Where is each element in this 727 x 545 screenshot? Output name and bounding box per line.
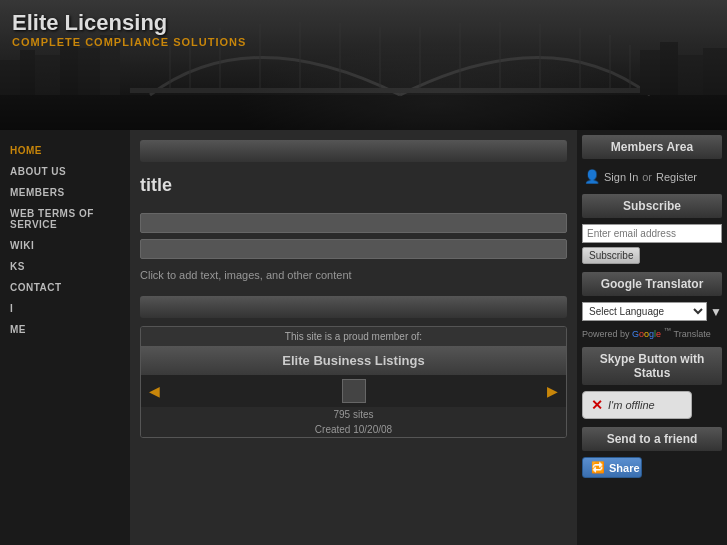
svg-rect-3 <box>0 60 20 95</box>
google-e: e <box>656 329 661 339</box>
svg-rect-4 <box>20 50 35 95</box>
google-translator-title: Google Translator <box>582 272 722 296</box>
powered-by-text: Powered by Google ™ Translate <box>582 326 722 339</box>
skype-section: Skype Button with Status ✕ I'm offline <box>582 347 722 419</box>
google-translator-section: Google Translator Select Language ▼ Powe… <box>582 272 722 339</box>
proud-member-title: Elite Business Listings <box>141 346 566 375</box>
nav-item-home[interactable]: HOME <box>0 140 130 161</box>
skype-offline-text: I'm offline <box>608 399 655 411</box>
powered-by-label: Powered by <box>582 329 632 339</box>
nav-item-about[interactable]: ABOUT US <box>0 161 130 182</box>
share-button[interactable]: 🔁 Share <box>582 457 642 478</box>
svg-rect-5 <box>35 55 60 95</box>
nav-item-wiki[interactable]: WIKI <box>0 235 130 256</box>
content-placeholder-text: Click to add text, images, and other con… <box>140 269 567 281</box>
svg-rect-6 <box>60 40 78 95</box>
nav-item-ks[interactable]: KS <box>0 256 130 277</box>
svg-rect-7 <box>78 48 100 95</box>
svg-rect-2 <box>0 95 727 130</box>
main-layout: contact us HOME ABOUT US MEMBERS WEB TER… <box>0 130 727 545</box>
site-header: Elite Licensing COMPLETE COMPLIANCE SOLU… <box>0 0 727 130</box>
share-icon: 🔁 <box>591 461 605 474</box>
center-content: title Click to add text, images, and oth… <box>130 130 577 545</box>
nav-item-contact[interactable]: CONTACT <box>0 277 130 298</box>
content-input-bar-1[interactable] <box>140 213 567 233</box>
site-title: Elite Licensing <box>12 10 167 36</box>
language-select[interactable]: Select Language <box>582 302 707 321</box>
right-sidebar: Members Area 👤 Sign In or Register Subsc… <box>577 130 727 545</box>
members-area-title: Members Area <box>582 135 722 159</box>
left-nav: contact us HOME ABOUT US MEMBERS WEB TER… <box>0 130 130 545</box>
nav-item-i[interactable]: I <box>0 298 130 319</box>
skype-offline-button[interactable]: ✕ I'm offline <box>582 391 692 419</box>
members-sep: or <box>642 171 652 183</box>
nav-item-me[interactable]: ME <box>0 319 130 340</box>
subscribe-title: Subscribe <box>582 194 722 218</box>
google-g: G <box>632 329 639 339</box>
register-link[interactable]: Register <box>656 171 697 183</box>
nav-item-terms[interactable]: WEB TERMS OF SERVICE <box>0 203 130 235</box>
google-brand: Google <box>632 329 664 339</box>
sign-in-link[interactable]: Sign In <box>604 171 638 183</box>
skype-x-icon: ✕ <box>591 397 603 413</box>
content-title: title <box>140 170 567 201</box>
email-input[interactable] <box>582 224 722 243</box>
subscribe-button[interactable]: Subscribe <box>582 247 640 264</box>
member-stats-created: Created 10/20/08 <box>141 422 566 437</box>
send-to-friend-title: Send to a friend <box>582 427 722 451</box>
proud-member-box: This site is a proud member of: Elite Bu… <box>140 326 567 438</box>
bottom-bar <box>140 296 567 318</box>
skype-title: Skype Button with Status <box>582 347 722 385</box>
proud-member-header: This site is a proud member of: <box>141 327 566 346</box>
section-header-bar <box>140 140 567 162</box>
translate-label: Translate <box>673 329 710 339</box>
content-input-bar-2[interactable] <box>140 239 567 259</box>
nav-item-members[interactable]: MEMBERS <box>0 182 130 203</box>
proud-member-nav: ◀ ▶ <box>141 375 566 407</box>
member-image <box>342 379 366 403</box>
send-to-friend-section: Send to a friend 🔁 Share <box>582 427 722 478</box>
site-subtitle: COMPLETE COMPLIANCE SOLUTIONS <box>12 36 246 48</box>
select-language-wrapper: Select Language ▼ <box>582 302 722 321</box>
member-stats-sites: 795 sites <box>141 407 566 422</box>
next-arrow[interactable]: ▶ <box>547 383 558 399</box>
svg-rect-27 <box>703 48 727 95</box>
svg-rect-26 <box>678 55 703 95</box>
person-icon: 👤 <box>584 169 600 184</box>
dropdown-arrow-icon: ▼ <box>710 305 722 319</box>
svg-rect-24 <box>640 50 660 95</box>
prev-arrow[interactable]: ◀ <box>149 383 160 399</box>
members-area-row: 👤 Sign In or Register <box>582 165 722 188</box>
share-text: Share <box>609 462 640 474</box>
svg-rect-25 <box>660 42 678 95</box>
trademark-symbol: ™ <box>664 326 672 335</box>
